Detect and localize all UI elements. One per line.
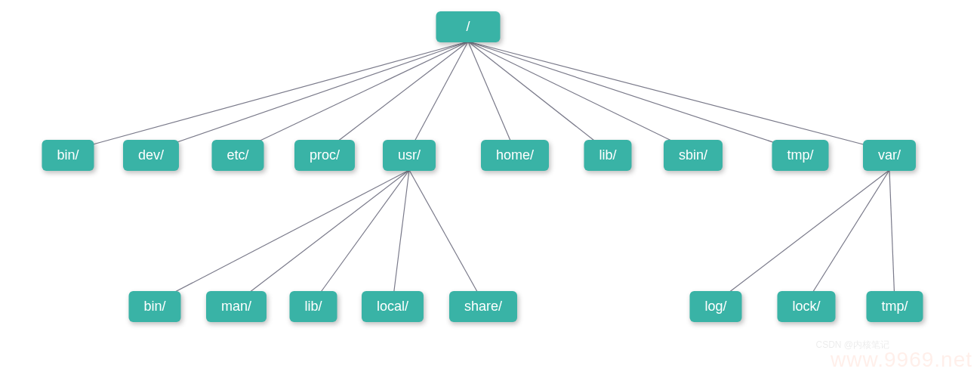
tree-node-root: /: [436, 11, 500, 42]
tree-node-usr-share: share/: [449, 291, 517, 322]
svg-line-17: [889, 170, 895, 302]
svg-line-5: [468, 42, 515, 151]
tree-node-home: home/: [481, 140, 549, 171]
tree-node-sbin: sbin/: [664, 140, 723, 171]
tree-node-etc: etc/: [211, 140, 263, 171]
svg-line-2: [238, 42, 468, 151]
tree-node-var-tmp: tmp/: [866, 291, 923, 322]
tree-node-usr: usr/: [383, 140, 436, 171]
svg-line-16: [806, 170, 889, 302]
svg-line-15: [716, 170, 889, 302]
svg-line-4: [409, 42, 468, 151]
svg-line-10: [155, 170, 409, 302]
tree-node-proc: proc/: [294, 140, 355, 171]
svg-line-8: [468, 42, 800, 151]
tree-node-usr-lib: lib/: [289, 291, 337, 322]
svg-line-3: [325, 42, 468, 151]
tree-node-usr-local: local/: [362, 291, 424, 322]
tree-node-var: var/: [863, 140, 916, 171]
watermark-secondary: CSDN @内核笔记: [815, 339, 889, 352]
tree-node-var-lock: lock/: [777, 291, 835, 322]
svg-line-14: [409, 170, 483, 302]
tree-node-var-log: log/: [689, 291, 741, 322]
svg-line-9: [468, 42, 889, 151]
svg-line-11: [236, 170, 409, 302]
tree-node-tmp: tmp/: [772, 140, 828, 171]
tree-node-usr-bin: bin/: [128, 291, 180, 322]
svg-line-1: [151, 42, 468, 151]
svg-line-6: [468, 42, 608, 151]
svg-line-7: [468, 42, 693, 151]
tree-node-usr-man: man/: [206, 291, 267, 322]
tree-node-bin: bin/: [42, 140, 94, 171]
tree-node-dev: dev/: [123, 140, 179, 171]
tree-node-lib: lib/: [584, 140, 631, 171]
svg-line-0: [68, 42, 468, 151]
